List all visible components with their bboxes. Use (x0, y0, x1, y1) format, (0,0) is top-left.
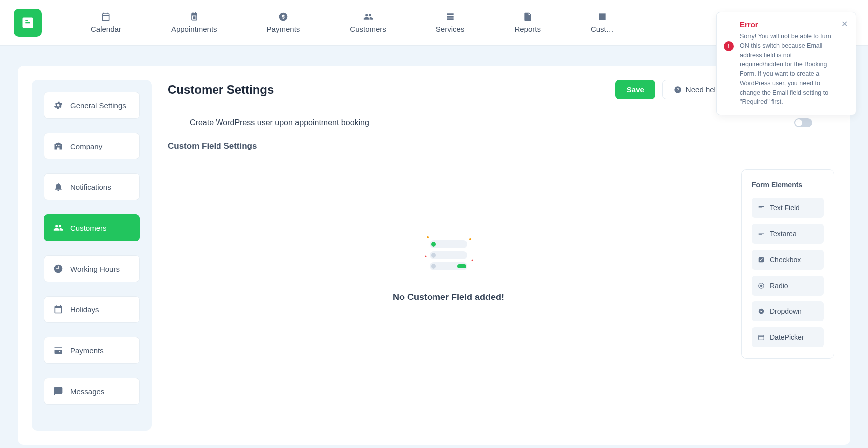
save-label: Save (627, 85, 644, 94)
dropdown-icon (758, 308, 765, 315)
sidebar-item-label: Payments (70, 346, 104, 355)
svg-rect-17 (759, 335, 764, 340)
services-icon (445, 12, 455, 22)
event-icon (189, 12, 199, 22)
gear-icon (53, 100, 63, 110)
sidebar-item-notifications[interactable]: Notifications (44, 173, 140, 200)
fe-label: DatePicker (770, 333, 804, 341)
sidebar-item-holidays[interactable]: Holidays (44, 296, 140, 323)
form-element-textarea[interactable]: Textarea (752, 224, 824, 244)
fe-label: Checkbox (770, 256, 801, 264)
svg-point-6 (431, 253, 436, 258)
toast-close-button[interactable]: ✕ (841, 20, 848, 107)
error-toast: ! Error Sorry! You will not be able to t… (716, 12, 856, 115)
holiday-icon (53, 304, 63, 314)
logo-icon (21, 16, 35, 30)
nav-label: Calendar (91, 25, 121, 33)
wp-user-toggle[interactable] (794, 118, 812, 127)
nav-appointments[interactable]: Appointments (171, 12, 217, 33)
sidebar-item-payments[interactable]: Payments (44, 337, 140, 364)
sidebar-item-general-settings[interactable]: General Settings (44, 92, 140, 119)
svg-point-15 (760, 285, 763, 287)
sidebar-item-label: Working Hours (70, 265, 120, 273)
nav-label: Payments (267, 25, 300, 33)
checkbox-icon (758, 256, 765, 263)
nav-reports[interactable]: Reports (514, 12, 541, 33)
form-element-datepicker[interactable]: DatePicker (752, 327, 824, 347)
toast-body: Error Sorry! You will not be able to tur… (740, 20, 835, 107)
setting-create-wp-user: Create WordPress user upon appointment b… (168, 113, 834, 141)
svg-point-11 (425, 255, 427, 257)
form-element-text-field[interactable]: Text Field (752, 198, 824, 218)
wallet-icon (53, 345, 63, 355)
help-icon: ? (674, 86, 682, 94)
datepicker-icon (758, 334, 765, 341)
nav-services[interactable]: Services (436, 12, 465, 33)
calendar-icon (101, 12, 111, 22)
nav-label: Cust… (591, 25, 614, 33)
main-content: Customer Settings Save ? Need help? Feat… (166, 80, 836, 431)
sidebar-item-label: Company (70, 142, 102, 150)
people-icon (363, 12, 373, 22)
content-card: General Settings Company Notifications C… (18, 66, 850, 445)
form-element-checkbox[interactable]: Checkbox (752, 250, 824, 270)
svg-rect-8 (457, 264, 466, 268)
money-icon (278, 12, 288, 22)
sidebar-item-customers[interactable]: Customers (44, 214, 140, 241)
radio-icon (758, 282, 765, 289)
nav-customers[interactable]: Customers (350, 12, 386, 33)
empty-text: No Customer Field added! (393, 292, 504, 302)
sidebar-item-company[interactable]: Company (44, 133, 140, 159)
custom-field-section-title: Custom Field Settings (168, 141, 834, 157)
toast-title: Error (740, 20, 835, 29)
page-title: Customer Settings (168, 83, 274, 97)
nav-label: Customers (350, 25, 386, 33)
bell-icon (53, 182, 63, 192)
nav-cust-truncated[interactable]: Cust… (591, 12, 614, 33)
sidebar-item-messages[interactable]: Messages (44, 378, 140, 405)
clock-icon (53, 264, 63, 274)
save-button[interactable]: Save (615, 80, 655, 99)
error-icon: ! (724, 41, 734, 51)
report-icon (523, 12, 533, 22)
nav-label: Appointments (171, 25, 217, 33)
svg-point-10 (469, 238, 471, 240)
text-field-icon (758, 204, 765, 211)
svg-point-7 (431, 264, 436, 269)
people-icon (53, 223, 63, 233)
svg-text:?: ? (676, 87, 679, 92)
fe-label: Radio (770, 282, 788, 290)
sidebar-item-label: General Settings (70, 101, 126, 110)
nav-label: Reports (514, 25, 541, 33)
custom-fields-area: No Customer Field added! Form Elements T… (168, 169, 834, 359)
setting-label: Create WordPress user upon appointment b… (190, 118, 369, 127)
svg-point-16 (759, 309, 764, 314)
empty-illustration-icon (419, 226, 478, 281)
fe-label: Text Field (770, 204, 800, 212)
sidebar-item-working-hours[interactable]: Working Hours (44, 255, 140, 282)
nav-payments[interactable]: Payments (267, 12, 300, 33)
app-logo[interactable] (14, 9, 42, 37)
fe-label: Dropdown (770, 307, 802, 315)
more-icon (597, 12, 607, 22)
form-elements-panel: Form Elements Text Field Textarea Checkb… (741, 169, 834, 359)
nav-label: Services (436, 25, 465, 33)
building-icon (53, 141, 63, 151)
sidebar-item-label: Notifications (70, 183, 111, 191)
fe-label: Textarea (770, 230, 797, 238)
textarea-icon (758, 230, 765, 237)
toast-message: Sorry! You will not be able to turn ON t… (740, 32, 835, 107)
sidebar-item-label: Customers (70, 224, 107, 232)
form-element-dropdown[interactable]: Dropdown (752, 301, 824, 321)
svg-point-5 (431, 242, 436, 247)
sidebar-item-label: Holidays (70, 305, 99, 314)
nav-calendar[interactable]: Calendar (91, 12, 121, 33)
svg-point-12 (472, 259, 473, 261)
form-elements-title: Form Elements (752, 181, 824, 189)
svg-point-9 (427, 236, 429, 238)
sidebar-item-label: Messages (70, 387, 104, 396)
message-icon (53, 386, 63, 396)
settings-sidebar: General Settings Company Notifications C… (32, 80, 152, 431)
empty-state: No Customer Field added! (168, 169, 729, 359)
form-element-radio[interactable]: Radio (752, 276, 824, 296)
